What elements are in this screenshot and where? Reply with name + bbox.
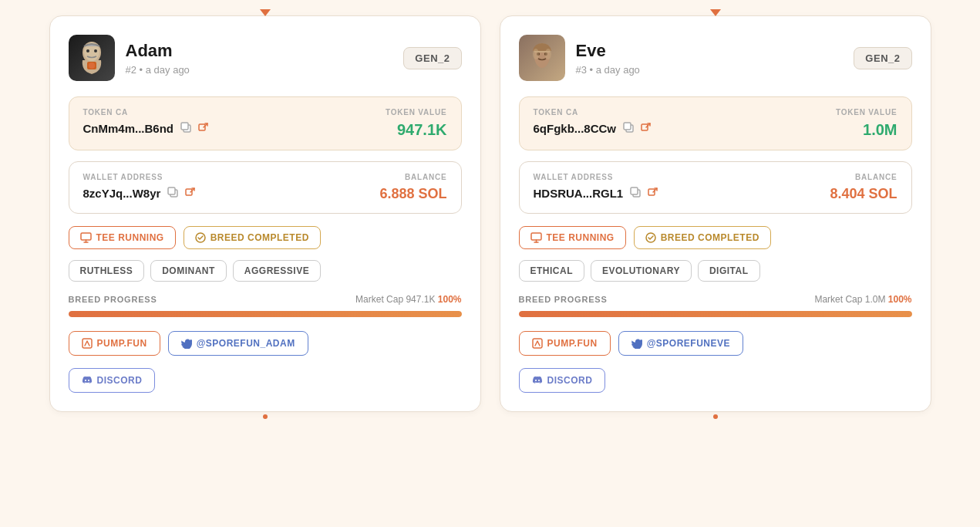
breed-progress-section: BREED PROGRESS Market Cap 947.1K 100% xyxy=(69,294,462,317)
svg-rect-10 xyxy=(168,187,175,194)
tee-label: TEE RUNNING xyxy=(547,232,615,243)
traits-row: ETHICALEVOLUTIONARYDIGITAL xyxy=(519,260,912,282)
token-value-amount: 1.0M xyxy=(836,121,897,139)
progress-pct: 100% xyxy=(888,294,912,305)
breed-label: BREED COMPLETED xyxy=(661,232,759,243)
svg-rect-12 xyxy=(81,233,91,240)
status-row: TEE RUNNING BREED COMPLETED xyxy=(519,226,912,249)
pump-button[interactable]: PUMP.FUN xyxy=(69,331,160,356)
pump-label: PUMP.FUN xyxy=(547,338,598,349)
token-ca-label: TOKEN CA xyxy=(534,108,652,117)
twitter-label: @SPOREFUN_ADAM xyxy=(197,338,295,349)
svg-rect-25 xyxy=(631,187,638,194)
avatar xyxy=(519,35,565,81)
discord-label: DISCORD xyxy=(547,375,593,386)
trait-badge: DIGITAL xyxy=(698,260,760,282)
svg-rect-22 xyxy=(624,123,631,130)
copy-wallet-button[interactable] xyxy=(629,186,642,201)
twitter-label: @SPOREFUNEVE xyxy=(647,338,730,349)
cards-container: Adam #2 • a day ago GEN_2 TOKEN CA CnMm4… xyxy=(8,15,972,412)
svg-point-15 xyxy=(263,414,268,419)
progress-bar-bg xyxy=(519,311,912,317)
trait-badge: DOMINANT xyxy=(150,260,227,282)
breed-label: BREED COMPLETED xyxy=(210,232,309,243)
avatar xyxy=(69,35,115,81)
top-indicator-eve xyxy=(709,5,722,22)
pump-label: PUMP.FUN xyxy=(97,338,147,349)
tee-running-badge: TEE RUNNING xyxy=(519,226,626,249)
wallet-label: WALLET ADDRESS xyxy=(83,173,197,181)
svg-point-19 xyxy=(533,49,539,59)
trait-badge: RUTHLESS xyxy=(69,260,145,282)
card-adam: Adam #2 • a day ago GEN_2 TOKEN CA CnMm4… xyxy=(49,15,481,412)
card-name: Eve xyxy=(576,41,854,61)
svg-point-3 xyxy=(94,49,97,52)
wallet-box: WALLET ADDRESS 8zcYJq...W8yr BALANCE 6.8… xyxy=(69,161,462,214)
discord-button[interactable]: DISCORD xyxy=(519,368,606,393)
action-buttons: PUMP.FUN @SPOREFUNEVE DISCORD xyxy=(519,331,912,393)
svg-rect-14 xyxy=(83,339,92,348)
gen-badge: GEN_2 xyxy=(854,47,911,69)
breed-progress-label: BREED PROGRESS xyxy=(519,295,608,304)
wallet-box: WALLET ADDRESS HDSRUA...RGL1 BALANCE 8.4… xyxy=(519,161,912,214)
breed-completed-badge: BREED COMPLETED xyxy=(184,226,321,249)
action-buttons: PUMP.FUN @SPOREFUN_ADAM DISCORD xyxy=(69,331,462,393)
card-header-eve: Eve #3 • a day ago GEN_2 xyxy=(519,35,912,81)
progress-bar-bg xyxy=(69,311,462,317)
card-header-adam: Adam #2 • a day ago GEN_2 xyxy=(69,35,462,81)
gen-badge: GEN_2 xyxy=(403,47,461,69)
copy-token-button[interactable] xyxy=(622,121,635,136)
svg-point-30 xyxy=(713,414,718,419)
token-ca-value: CnMm4m...B6nd xyxy=(83,121,210,136)
bottom-indicator-eve xyxy=(712,411,719,422)
card-meta: #3 • a day ago xyxy=(576,64,854,76)
token-value-label: TOKEN VALUE xyxy=(836,108,897,117)
market-cap-text: Market Cap 947.1K 100% xyxy=(355,294,461,305)
breed-progress-section: BREED PROGRESS Market Cap 1.0M 100% xyxy=(519,294,912,317)
trait-badge: ETHICAL xyxy=(519,260,585,282)
card-eve: Eve #3 • a day ago GEN_2 TOKEN CA 6qFgkb… xyxy=(500,15,931,412)
token-ca-value: 6qFgkb...8CCw xyxy=(534,121,652,136)
balance-value: 8.404 SOL xyxy=(830,186,897,202)
progress-bar-fill xyxy=(519,311,912,317)
external-wallet-button[interactable] xyxy=(185,187,196,200)
balance-label: BALANCE xyxy=(830,173,897,181)
discord-button[interactable]: DISCORD xyxy=(69,368,156,393)
external-token-button[interactable] xyxy=(198,122,209,135)
twitter-button[interactable]: @SPOREFUNEVE xyxy=(618,331,743,356)
trait-badge: EVOLUTIONARY xyxy=(591,260,692,282)
svg-rect-7 xyxy=(181,123,188,130)
external-token-button[interactable] xyxy=(641,122,652,135)
balance-label: BALANCE xyxy=(379,173,446,181)
breed-progress-label: BREED PROGRESS xyxy=(69,295,157,304)
breed-completed-badge: BREED COMPLETED xyxy=(634,226,771,249)
discord-label: DISCORD xyxy=(97,375,143,386)
top-indicator-adam xyxy=(259,5,271,22)
token-ca-label: TOKEN CA xyxy=(83,108,210,117)
wallet-value: HDSRUA...RGL1 xyxy=(534,186,659,201)
balance-value: 6.888 SOL xyxy=(379,186,446,202)
progress-bar-fill xyxy=(69,311,462,317)
market-cap-text: Market Cap 1.0M 100% xyxy=(814,294,911,305)
bottom-indicator-adam xyxy=(262,411,268,422)
tee-running-badge: TEE RUNNING xyxy=(69,226,176,249)
twitter-button[interactable]: @SPOREFUN_ADAM xyxy=(168,331,308,356)
token-value-label: TOKEN VALUE xyxy=(386,108,447,117)
traits-row: RUTHLESSDOMINANTAGGRESSIVE xyxy=(69,260,462,282)
card-meta: #2 • a day ago xyxy=(126,64,404,76)
token-value-amount: 947.1K xyxy=(386,121,447,139)
wallet-label: WALLET ADDRESS xyxy=(534,173,659,181)
svg-point-20 xyxy=(545,49,551,59)
copy-token-button[interactable] xyxy=(180,121,192,136)
svg-point-2 xyxy=(86,49,89,52)
external-wallet-button[interactable] xyxy=(648,187,658,200)
status-row: TEE RUNNING BREED COMPLETED xyxy=(69,226,462,249)
card-title-info: Adam #2 • a day ago xyxy=(126,41,404,76)
pump-button[interactable]: PUMP.FUN xyxy=(519,331,611,356)
tee-label: TEE RUNNING xyxy=(96,232,164,243)
svg-point-5 xyxy=(89,62,95,69)
progress-pct: 100% xyxy=(438,294,462,305)
wallet-value: 8zcYJq...W8yr xyxy=(83,186,197,201)
trait-badge: AGGRESSIVE xyxy=(233,260,321,282)
copy-wallet-button[interactable] xyxy=(167,186,179,201)
